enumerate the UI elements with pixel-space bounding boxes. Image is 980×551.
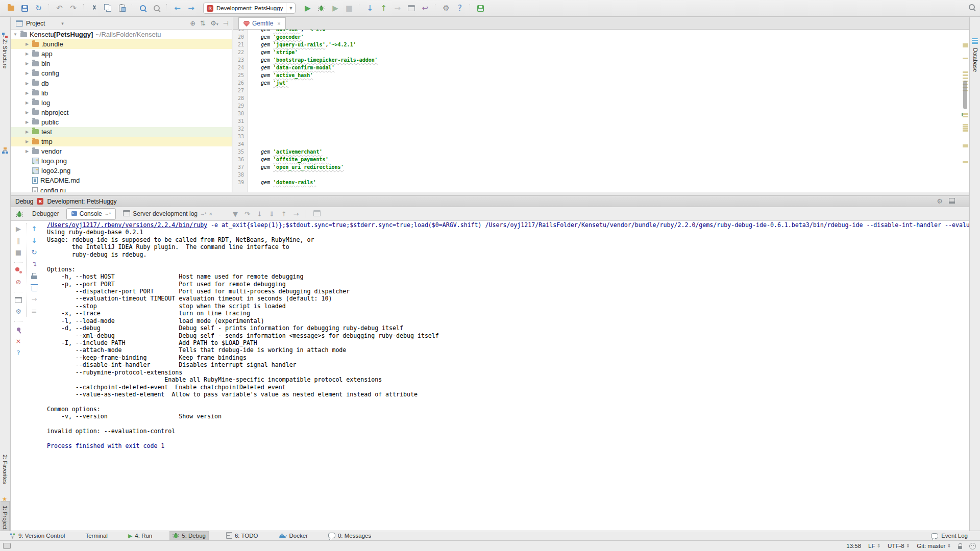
chevron-collapsed-icon[interactable]: ▶ [23,139,31,144]
tool-button-docker[interactable]: Docker [276,531,311,540]
settings-wrench-icon[interactable]: ⚙ [439,2,453,14]
pause-icon[interactable]: ∥ [11,235,26,246]
close-icon[interactable]: × [209,211,212,217]
tree-item-app[interactable]: ▶app [11,49,232,59]
pin-tab-icon[interactable] [11,323,26,335]
rerun-icon[interactable]: ▶ [11,223,26,235]
close-icon[interactable]: × [11,335,26,347]
up-stack-trace-icon[interactable]: ↑ [27,223,42,235]
clear-all-icon[interactable] [27,282,42,293]
compare-icon[interactable]: → [390,2,404,14]
tree-item-config[interactable]: ▶config [11,68,232,78]
force-step-into-icon[interactable]: ⇓ [269,210,275,218]
tree-item-log[interactable]: ▶log [11,98,232,108]
chevron-collapsed-icon[interactable]: ▶ [23,149,31,154]
collapse-all-icon[interactable]: ⇅ [200,19,206,27]
chevron-collapsed-icon[interactable]: ▶ [23,42,31,46]
undo-icon[interactable]: ↶ [53,2,66,14]
tree-item-logo2-png[interactable]: logo2.png [11,166,232,176]
stripe-mark[interactable] [963,113,968,115]
find-icon[interactable] [136,2,150,14]
down-stack-trace-icon[interactable]: ↓ [27,235,42,246]
restore-layout-icon[interactable] [11,294,26,306]
stripe-mark[interactable] [963,116,968,117]
chevron-collapsed-icon[interactable]: ▶ [23,130,31,134]
event-log-button[interactable]: Event Log [931,533,968,539]
tree-item-vendor[interactable]: ▶vendor [11,146,232,156]
bug-icon[interactable] [173,533,179,539]
chevron-collapsed-icon[interactable]: ▶ [23,91,31,95]
lock-icon[interactable] [958,546,962,549]
line-separator-select[interactable]: LF⇕ [868,543,880,549]
save-all-icon[interactable] [18,2,32,14]
step-over-icon[interactable]: ↷ [244,210,250,218]
replace-icon[interactable] [150,2,163,14]
cut-icon[interactable] [87,2,101,14]
tool-button-terminal[interactable]: Terminal [82,531,110,540]
help-icon[interactable]: ? [11,347,26,359]
stripe-mark[interactable] [963,128,968,130]
scrollbar-thumb[interactable] [963,81,967,109]
tree-item-test[interactable]: ▶test [11,127,232,137]
stripe-mark[interactable] [963,78,968,79]
search-everywhere-icon[interactable] [969,3,975,12]
print-icon[interactable] [27,270,42,282]
synchronize-icon[interactable]: ↻ [32,2,45,14]
stripe-mark[interactable] [963,124,968,126]
chevron-collapsed-icon[interactable]: ▶ [23,71,31,76]
stripe-mark[interactable] [963,74,968,76]
tool-button-5-debug[interactable]: 5: Debug [169,531,209,540]
rollback-icon[interactable]: ↩ [418,2,432,14]
tab-gemfile[interactable]: Gemfile × [238,17,286,29]
locate-icon[interactable]: ⊕ [190,19,195,27]
chevron-collapsed-icon[interactable]: ▶ [23,101,31,105]
encoding-select[interactable]: UTF-8⇕ [888,543,910,549]
tree-item--bundle[interactable]: ▶.bundle [11,39,232,49]
tree-item-bin[interactable]: ▶bin [11,59,232,68]
console-output[interactable]: /Users/oyj1217/.rbenv/versions/2.2.4/bin… [42,220,969,531]
tree-item-public[interactable]: ▶public [11,117,232,127]
tree-item-logo-png[interactable]: logo.png [11,156,232,166]
tree-item-lib[interactable]: ▶lib [11,88,232,98]
stripe-mark[interactable] [963,43,968,47]
run-to-cursor-icon[interactable]: → [293,210,299,218]
chevron-collapsed-icon[interactable]: ▶ [23,120,31,124]
show-execution-point-icon[interactable]: ▼ [233,210,238,218]
close-icon[interactable]: × [277,20,280,27]
run-config-select[interactable]: RDevelopment: PetsHuggy▼ [203,3,296,14]
tool-window-switcher-icon[interactable] [3,543,11,549]
paste-icon[interactable] [115,2,129,14]
stripe-mark[interactable] [963,161,968,163]
stripe-mark[interactable] [963,58,968,59]
update-project-icon[interactable]: ↓ [363,2,377,14]
hide-panel-icon[interactable]: ⊣ [223,19,229,27]
rerun-sync-icon[interactable]: ↻ [27,246,42,258]
redo-icon[interactable]: ↷ [66,2,80,14]
panel-settings-icon[interactable]: ⚙▾ [210,19,218,27]
hector-inspector-icon[interactable] [969,543,976,549]
tree-item-readme-md[interactable]: README.md [11,176,232,185]
copy-icon[interactable] [101,2,115,14]
chevron-expanded-icon[interactable]: ▼ [12,32,19,37]
stripe-mark[interactable] [963,130,968,132]
help-icon[interactable]: ? [453,2,467,14]
chevron-collapsed-icon[interactable]: ▶ [23,81,31,86]
tree-item-tmp[interactable]: ▶tmp [11,137,232,146]
stop-icon[interactable]: ■ [342,2,356,14]
tool-button-9-version-control[interactable]: 9: Version Control [6,531,68,540]
tool-button-database[interactable]: Database [972,48,978,72]
step-into-icon[interactable]: ↓ [257,210,262,218]
open-project-icon[interactable] [4,2,18,14]
console-history-icon[interactable]: ≡ [27,305,42,317]
forward-icon[interactable]: → [184,2,198,14]
tree-root-kensetu[interactable]: ▼Kensetu [PetsHuggy]~/RailsFolder/Kenset… [11,30,232,39]
hierarchy-icon[interactable] [2,147,8,154]
tool-button-0-messages[interactable]: 0: Messages [325,531,374,540]
tree-item-nbproject[interactable]: ▶nbproject [11,108,232,117]
project-panel-title[interactable]: Project [26,20,45,27]
export-save-icon[interactable] [474,2,487,14]
back-icon[interactable]: ← [170,2,184,14]
evaluate-expression-icon[interactable] [313,210,321,218]
debugger-settings-icon[interactable]: ⚙ [11,306,26,317]
tool-button-project[interactable]: 1: Project [2,506,8,529]
